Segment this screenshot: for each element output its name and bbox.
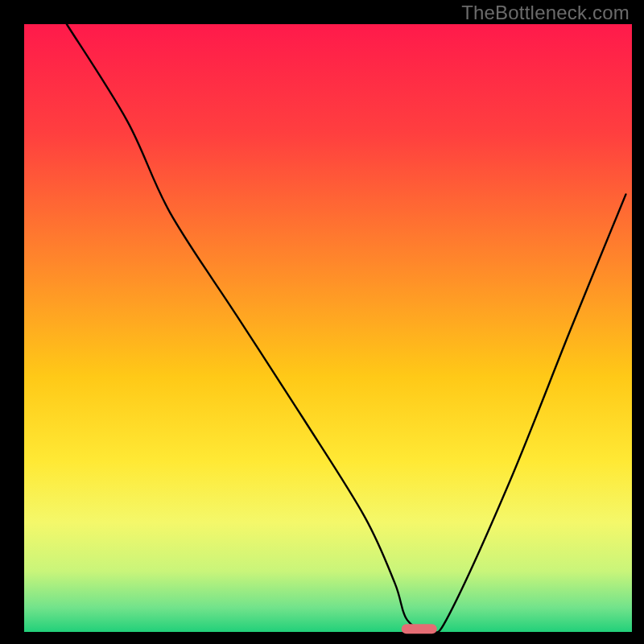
plot-background: [24, 24, 632, 632]
optimum-marker: [402, 624, 437, 634]
chart-frame: TheBottleneck.com: [0, 0, 644, 644]
bottleneck-chart: [0, 0, 644, 644]
watermark-text: TheBottleneck.com: [461, 2, 630, 24]
